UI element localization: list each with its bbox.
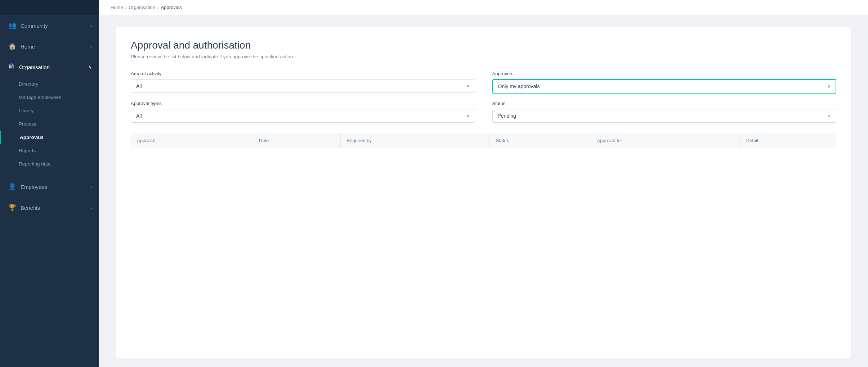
chevron-left-icon: ‹ [90,44,92,49]
types-filter-group: Approval types All ∨ [131,101,475,123]
status-filter-label: Status [492,101,837,106]
sidebar-top-bar [0,0,99,15]
topbar: Home / Organisation / Approvals [99,0,868,15]
benefits-icon: 🏆 [8,204,16,212]
sidebar-item-approvals[interactable]: Approvals [0,131,99,144]
chevron-left-icon: ‹ [90,23,92,28]
breadcrumb-sep-2: / [157,5,159,10]
status-filter-value: Pending [498,113,516,119]
sidebar-item-label: Employees [21,184,47,190]
types-filter-select[interactable]: All ∨ [131,109,475,123]
sidebar-item-organisation[interactable]: 🏛 Organisation ∨ [0,57,99,77]
content-card: Approval and authorisation Please review… [116,27,851,358]
table-header-row: Approval Date Required by Status Approva… [131,133,836,148]
filter-grid: Area of activity All ∨ Approvers Only my… [131,71,836,123]
sidebar-item-reports[interactable]: Reports [0,144,99,157]
sidebar-sub-label: Approvals [20,135,44,140]
area-chevron-down-icon: ∨ [466,83,470,89]
approvers-filter-label: Approvers [492,71,837,76]
page-title: Approval and authorisation [131,40,836,51]
home-icon: 🏠 [8,42,16,50]
breadcrumb: Home / Organisation / Approvals [111,5,182,10]
chevron-left-icon: ‹ [90,205,92,210]
col-approval: Approval [131,133,253,148]
chevron-left-icon: ‹ [90,184,92,189]
sidebar-item-directory[interactable]: Directory [0,77,99,91]
status-chevron-down-icon: ∨ [828,113,831,118]
sidebar: 👥 Community ‹ 🏠 Home ‹ 🏛 Organisation ∨ … [0,0,99,367]
status-filter-group: Status Pending ∨ [492,101,837,123]
chevron-down-icon: ∨ [89,65,92,70]
breadcrumb-home[interactable]: Home [111,5,123,10]
community-icon: 👥 [8,22,16,30]
sidebar-item-manage-employees[interactable]: Manage employees [0,91,99,104]
col-date: Date [253,133,340,148]
content-area: Approval and authorisation Please review… [99,15,868,367]
area-filter-value: All [136,83,142,89]
col-required-by: Required by [340,133,489,148]
approvers-filter-select[interactable]: Only my approvals ∨ [492,79,837,94]
sidebar-sub-label: Manage employees [19,95,61,100]
types-filter-value: All [136,113,142,119]
sidebar-item-benefits[interactable]: 🏆 Benefits ‹ [0,197,99,218]
approvers-filter-group: Approvers Only my approvals ∨ [492,71,837,94]
area-filter-group: Area of activity All ∨ [131,71,475,94]
breadcrumb-current: Approvals [161,5,182,10]
sidebar-sub-label: Reporting data [19,161,51,167]
approvers-chevron-down-icon: ∨ [827,84,831,89]
sidebar-item-library[interactable]: Library [0,104,99,117]
sidebar-item-label: Benefits [21,205,40,211]
main-area: Home / Organisation / Approvals Approval… [99,0,868,367]
sidebar-item-home[interactable]: 🏠 Home ‹ [0,36,99,57]
sidebar-sub-label: Library [19,108,33,113]
sidebar-item-label: Community [21,23,48,29]
sidebar-item-label: Home [21,44,35,50]
area-filter-select[interactable]: All ∨ [131,79,475,93]
sidebar-sub-label: Process [19,121,36,127]
sidebar-item-reporting-data[interactable]: Reporting data [0,157,99,171]
col-approval-for: Approval for [591,133,740,148]
types-filter-label: Approval types [131,101,475,106]
approvals-table: Approval Date Required by Status Approva… [131,133,836,148]
organisation-icon: 🏛 [8,63,15,71]
sidebar-sub-label: Reports [19,148,36,153]
col-status: Status [490,133,591,148]
sidebar-item-label: Organisation [19,64,50,70]
sidebar-item-process[interactable]: Process [0,117,99,131]
breadcrumb-organisation[interactable]: Organisation [129,5,155,10]
approvers-filter-value: Only my approvals [498,83,540,89]
page-subtitle: Please review the list below and indicat… [131,54,836,59]
col-detail: Detail [740,133,836,148]
breadcrumb-sep-1: / [125,5,127,10]
types-chevron-down-icon: ∨ [466,113,470,118]
area-filter-label: Area of activity [131,71,475,76]
employees-icon: 👤 [8,183,16,191]
sidebar-item-community[interactable]: 👥 Community ‹ [0,15,99,36]
sidebar-sub-label: Directory [19,81,38,87]
sidebar-item-employees[interactable]: 👤 Employees ‹ [0,176,99,197]
status-filter-select[interactable]: Pending ∨ [492,109,837,123]
